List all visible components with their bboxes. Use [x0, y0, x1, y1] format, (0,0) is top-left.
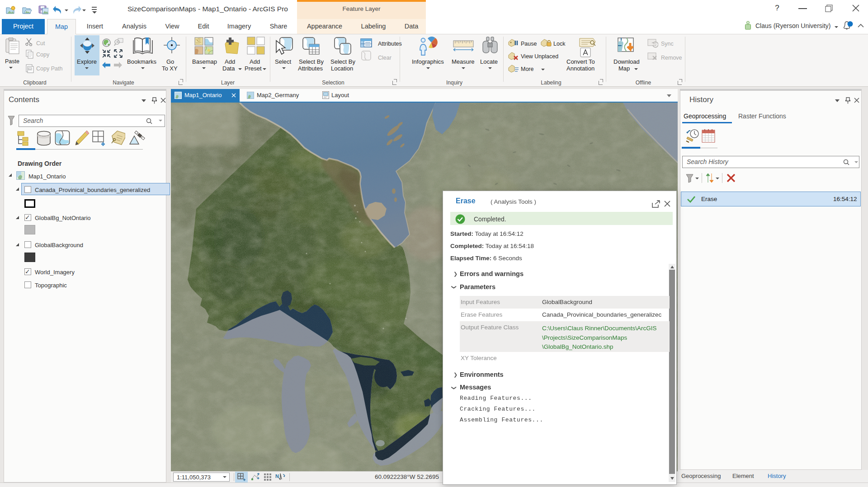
svg-text:N: N: [275, 473, 279, 479]
